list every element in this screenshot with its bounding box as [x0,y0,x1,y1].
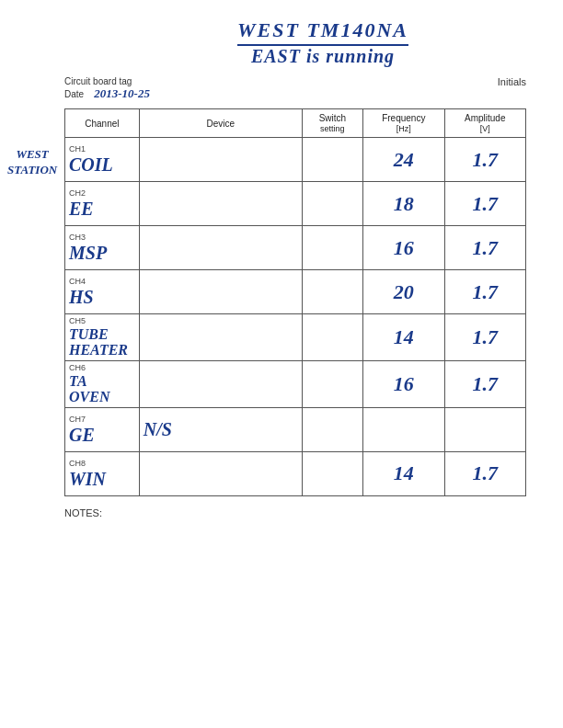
device-cell [139,314,302,361]
channel-cell: CH8WIN [65,451,140,495]
ch-value: WIN [69,469,135,489]
channel-cell: CH4HS [65,270,140,314]
ch-label: CH2 [69,188,135,199]
switch-cell [302,314,362,361]
device-cell: N/S [139,407,302,451]
device-cell [139,451,302,495]
table-row: CH7GEN/S [65,407,526,451]
ch-value: MSP [69,243,135,263]
frequency-value: 16 [367,372,440,396]
ch-value: EE [69,199,135,219]
header-line1: WEST TM140NA [237,18,408,46]
amplitude-value: 1.7 [449,461,523,485]
channel-cell: CH2EE [65,182,140,226]
device-cell [139,182,302,226]
channel-cell: CH6TAOVEN [65,360,140,407]
channel-cell: CH1COIL [65,138,140,182]
amplitude-value: 1.7 [449,148,523,172]
amplitude-cell: 1.7 [444,360,526,407]
amplitude-cell: 1.7 [444,182,526,226]
notes-label: NOTES: [64,507,102,518]
ch-value: GE [69,425,135,445]
ch-label: CH5 [69,316,135,326]
ch-value: TAOVEN [69,373,135,405]
frequency-value: 14 [367,325,440,349]
frequency-value: 14 [367,461,440,485]
frequency-value: 16 [367,236,440,260]
amplitude-value: 1.7 [449,192,523,216]
th-amplitude: Amplitude[V] [444,109,526,138]
device-cell [139,270,302,314]
ch-label: CH7 [69,415,135,425]
frequency-cell: 14 [363,451,444,495]
date-value: 2013-10-25 [94,86,150,100]
ch-value: TUBEHEATER [69,326,135,358]
amplitude-value: 1.7 [449,325,523,349]
west-station-label: WESTSTATION [7,147,57,178]
header-block: WEST TM140NA EAST is running [92,18,554,67]
channel-cell: CH7GE [65,407,140,451]
amplitude-cell: 1.7 [444,314,526,361]
device-cell [139,138,302,182]
frequency-value: 24 [367,148,440,172]
frequency-value: 20 [367,280,440,304]
amplitude-cell: 1.7 [444,451,526,495]
frequency-cell: 14 [363,314,444,361]
table-row: CH5TUBEHEATER141.7 [65,314,526,361]
table-row: CH8WIN141.7 [65,451,526,495]
switch-cell [302,360,362,407]
circuit-board-tag-label: Circuit board tag [64,76,150,86]
header-line2: EAST is running [92,46,554,67]
frequency-cell: 16 [363,226,444,270]
page: WESTSTATION WEST TM140NA EAST is running… [0,0,563,728]
notes-section: NOTES: [64,507,526,518]
device-cell [139,226,302,270]
amplitude-cell [444,407,526,451]
th-frequency: Frequency[Hz] [363,109,444,138]
initials-label: Initials [498,76,526,87]
table-row: CH2EE181.7 [65,182,526,226]
table-row: CH3MSP161.7 [65,226,526,270]
amplitude-cell: 1.7 [444,138,526,182]
channel-cell: CH5TUBEHEATER [65,314,140,361]
frequency-value: 18 [367,192,440,216]
table-row: CH1COIL241.7 [65,138,526,182]
ch-label: CH4 [69,277,135,287]
amplitude-value: 1.7 [449,280,523,304]
frequency-cell: 20 [363,270,444,314]
table-row: CH6TAOVEN161.7 [65,360,526,407]
amplitude-value: 1.7 [449,372,523,396]
ch-label: CH6 [69,363,135,373]
date-label: Date 2013-10-25 [64,86,150,101]
th-switch: Switchsetting [302,109,362,138]
meta-row: Circuit board tag Date 2013-10-25 Initia… [64,76,526,101]
switch-cell [302,182,362,226]
switch-cell [302,270,362,314]
switch-cell [302,226,362,270]
amplitude-value: 1.7 [449,236,523,260]
ch-value: COIL [69,154,135,175]
frequency-cell: 16 [363,360,444,407]
ch-value: HS [69,287,135,307]
ch-label: CH1 [69,144,135,154]
switch-cell [302,407,362,451]
channel-cell: CH3MSP [65,226,140,270]
frequency-cell: 18 [363,182,444,226]
ch-label: CH8 [69,459,135,469]
amplitude-cell: 1.7 [444,270,526,314]
switch-cell [302,138,362,182]
frequency-cell: 24 [363,138,444,182]
data-table: Channel Device Switchsetting Frequency[H… [64,108,526,496]
table-row: CH4HS201.7 [65,270,526,314]
frequency-cell [363,407,444,451]
th-channel: Channel [65,109,140,138]
ch-label: CH3 [69,233,135,243]
switch-cell [302,451,362,495]
amplitude-cell: 1.7 [444,226,526,270]
device-cell [139,360,302,407]
th-device: Device [139,109,302,138]
meta-left: Circuit board tag Date 2013-10-25 [64,76,150,101]
device-value: N/S [144,419,172,439]
